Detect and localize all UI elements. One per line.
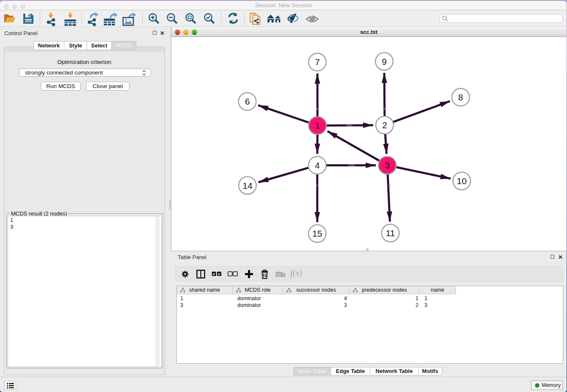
svg-text:6: 6 bbox=[245, 97, 250, 106]
svg-text:1: 1 bbox=[315, 121, 320, 130]
svg-text:9: 9 bbox=[382, 57, 387, 66]
svg-text:14: 14 bbox=[242, 181, 253, 190]
svg-text:2: 2 bbox=[382, 120, 387, 130]
svg-text:7: 7 bbox=[315, 57, 320, 67]
svg-text:11: 11 bbox=[386, 228, 395, 238]
svg-text:8: 8 bbox=[458, 92, 463, 102]
svg-text:10: 10 bbox=[457, 176, 467, 186]
svg-text:3: 3 bbox=[385, 160, 390, 170]
svg-text:15: 15 bbox=[312, 229, 322, 238]
svg-text:4: 4 bbox=[315, 160, 320, 170]
